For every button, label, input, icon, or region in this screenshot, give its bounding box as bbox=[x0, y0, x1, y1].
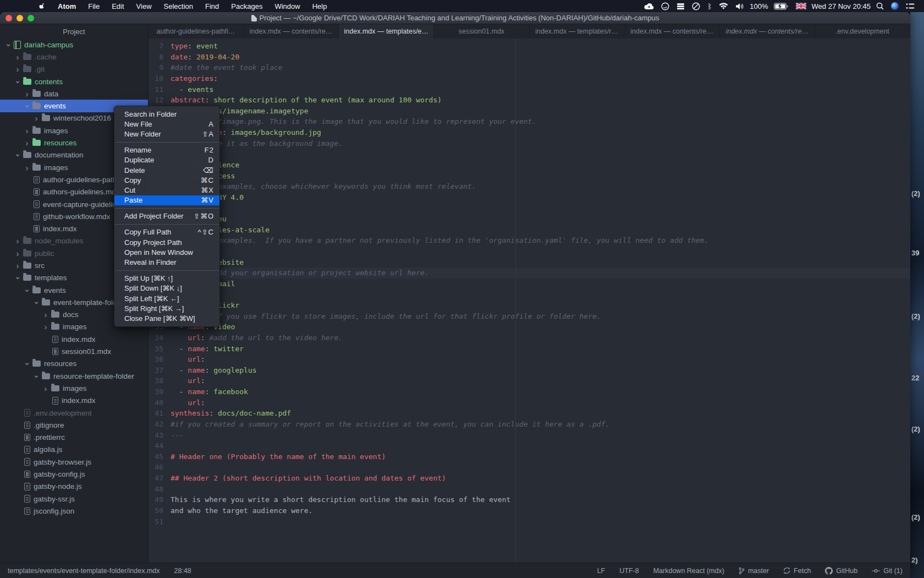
tab-6[interactable]: index.mdx — contents/re… bbox=[625, 24, 720, 39]
chevron-down-icon[interactable]: ⌄ bbox=[32, 370, 40, 379]
menubar-item-atom[interactable]: Atom bbox=[52, 0, 81, 12]
chevron-right-icon[interactable]: › bbox=[42, 384, 50, 392]
context-menu-item-duplicate[interactable]: DuplicateD bbox=[114, 155, 219, 165]
code-line[interactable]: 33 - name: video bbox=[148, 321, 910, 332]
code-line[interactable]: 8date: 2019-04-20 bbox=[148, 52, 910, 63]
code-line[interactable]: 47## Header 2 (short description with lo… bbox=[148, 473, 910, 484]
chevron-down-icon[interactable]: ⌄ bbox=[14, 76, 21, 84]
tab-1[interactable]: author-guidelines-pathfi… bbox=[148, 24, 244, 39]
tab-3[interactable]: index.mdx — templates/e… bbox=[339, 24, 434, 39]
tree-item-.cache[interactable]: ›.cache bbox=[0, 51, 148, 63]
keyboard-layout-uk-flag-icon[interactable] bbox=[794, 0, 808, 12]
code-line[interactable]: 19 - open-access bbox=[148, 171, 910, 182]
code-line[interactable]: 39 - name: facebook bbox=[148, 386, 910, 397]
code-line[interactable]: 36 url: bbox=[148, 354, 910, 365]
code-line[interactable]: 20#these are examples, choose whichever … bbox=[148, 181, 910, 192]
context-menu-item-copy-project-path[interactable]: Copy Project Path bbox=[114, 237, 219, 247]
tree-item-.git[interactable]: ›.git bbox=[0, 63, 148, 75]
chevron-down-icon[interactable]: ⌄ bbox=[14, 149, 21, 157]
tab-8[interactable]: .env.development bbox=[815, 24, 910, 39]
circle-slash-icon[interactable] bbox=[690, 0, 702, 12]
context-menu-item-split-right-k[interactable]: Split Right [⌘K →] bbox=[114, 303, 219, 313]
bluetooth-icon[interactable]: ᛒ bbox=[706, 0, 713, 12]
code-line[interactable]: 31 - name: flickr bbox=[148, 300, 910, 311]
statusbar-cursor-position[interactable]: 28:48 bbox=[174, 567, 191, 575]
chevron-down-icon[interactable]: ⌄ bbox=[23, 100, 31, 108]
code-line[interactable]: 12abstract: short description of the eve… bbox=[148, 95, 910, 106]
context-menu-item-close-pane-k-w[interactable]: Close Pane [⌘K ⌘W] bbox=[114, 313, 219, 323]
code-line[interactable]: 23 - dariah-eu bbox=[148, 214, 910, 225]
chevron-right-icon[interactable]: › bbox=[23, 163, 31, 172]
context-menu-item-paste[interactable]: Paste⌘V bbox=[114, 195, 219, 205]
chevron-down-icon[interactable]: ⌄ bbox=[32, 297, 40, 305]
chevron-right-icon[interactable]: › bbox=[14, 249, 21, 258]
code-line[interactable]: 16#you can use it as the background imag… bbox=[148, 138, 910, 149]
statusbar-fetch-button[interactable]: Fetch bbox=[783, 567, 811, 575]
statusbar-file-path[interactable]: templates/events/event-template-folder/i… bbox=[8, 567, 160, 575]
tree-item-.prettierrc[interactable]: .prettierrc bbox=[0, 432, 148, 444]
tree-item-images[interactable]: ›images bbox=[0, 382, 148, 394]
code-line[interactable]: 7type: event bbox=[148, 41, 910, 52]
tree-item-gatsby-config.js[interactable]: gatsby-config.js bbox=[0, 468, 148, 480]
menubar-item-find[interactable]: Find bbox=[200, 0, 224, 12]
creative-cloud-icon[interactable] bbox=[659, 0, 671, 12]
code-line[interactable]: 37 - name: googleplus bbox=[148, 365, 910, 376]
statusbar-github-button[interactable]: GitHub bbox=[825, 567, 857, 575]
tree-item-index.mdx[interactable]: index.mdx bbox=[0, 395, 148, 407]
statusbar-git-branch[interactable]: master bbox=[739, 567, 769, 575]
menubar-item-selection[interactable]: Selection bbox=[158, 0, 199, 12]
code-line[interactable]: 41synthesis: docs/doc-name.pdf bbox=[148, 408, 910, 419]
tree-item-session01.mdx[interactable]: session01.mdx bbox=[0, 345, 148, 357]
code-line[interactable]: 24 - humanities-at-scale bbox=[148, 225, 910, 236]
window-titlebar[interactable]: Project — ~/Google Drive/TCD Work/DARIAH… bbox=[0, 12, 910, 24]
code-line[interactable]: 49This is where you write a short descri… bbox=[148, 494, 910, 505]
spotlight-search-icon[interactable] bbox=[875, 0, 886, 12]
volume-icon[interactable] bbox=[734, 0, 746, 12]
tree-item-dariah-campus[interactable]: ⌄dariah-campus bbox=[0, 39, 148, 51]
context-menu-item-add-project-folder[interactable]: Add Project Folder⇧⌘O bbox=[114, 211, 219, 221]
code-line[interactable]: 11 - events bbox=[148, 84, 910, 95]
tree-item-algolia.js[interactable]: algolia.js bbox=[0, 444, 148, 456]
code-line[interactable]: 22partners: bbox=[148, 203, 910, 214]
menubar-item-help[interactable]: Help bbox=[307, 0, 333, 12]
chevron-right-icon[interactable]: › bbox=[14, 237, 21, 245]
menubar-item-window[interactable]: Window bbox=[269, 0, 305, 12]
code-line[interactable]: 26links: bbox=[148, 246, 910, 257]
apple-menu-icon[interactable] bbox=[33, 0, 51, 12]
code-line[interactable]: 42#if you created a summary or report on… bbox=[148, 419, 910, 430]
chevron-down-icon[interactable]: ⌄ bbox=[23, 285, 31, 293]
code-line[interactable]: 46 bbox=[148, 462, 910, 473]
tree-item-gatsby-browser.js[interactable]: gatsby-browser.js bbox=[0, 456, 148, 468]
context-menu-item-new-folder[interactable]: New Folder⇧A bbox=[114, 129, 219, 139]
tree-item-.env.development[interactable]: .env.development bbox=[0, 407, 148, 419]
context-menu-item-split-left-k[interactable]: Split Left [⌘K ←] bbox=[114, 293, 219, 303]
chevron-right-icon[interactable]: › bbox=[42, 323, 50, 331]
tree-item-jsconfig.json[interactable]: jsconfig.json bbox=[0, 505, 148, 517]
code-line[interactable]: 32 url: #if you use flickr to store imag… bbox=[148, 311, 910, 322]
context-menu-item-copy[interactable]: Copy⌘C bbox=[114, 175, 219, 185]
tree-item-resources[interactable]: ⌄resources bbox=[0, 358, 148, 370]
code-line[interactable]: 44 bbox=[148, 440, 910, 451]
code-line[interactable]: 21licence: CCBY 4.0 bbox=[148, 192, 910, 203]
tree-item-contents[interactable]: ⌄contents bbox=[0, 75, 148, 88]
code-line[interactable]: 40 url: bbox=[148, 397, 910, 408]
tab-7[interactable]: index.mdx — contents/re… bbox=[720, 24, 815, 39]
code-line[interactable]: 38 url: bbox=[148, 375, 910, 386]
chevron-down-icon[interactable]: ⌄ bbox=[14, 272, 21, 280]
chevron-right-icon[interactable]: › bbox=[23, 127, 31, 135]
wifi-icon[interactable] bbox=[717, 0, 730, 12]
cloud-sync-icon[interactable] bbox=[642, 0, 656, 12]
statusbar-line-ending[interactable]: LF bbox=[597, 567, 606, 575]
chevron-right-icon[interactable]: › bbox=[14, 53, 21, 61]
code-line[interactable]: 29 - name: email bbox=[148, 279, 910, 290]
context-menu-item-open-in-new-window[interactable]: Open in New Window bbox=[114, 247, 219, 257]
statusbar-git-button[interactable]: Git (1) bbox=[872, 567, 903, 575]
chevron-right-icon[interactable]: › bbox=[32, 114, 40, 122]
menubar-item-view[interactable]: View bbox=[131, 0, 157, 12]
context-menu-item-reveal-in-finder[interactable]: Reveal in Finder bbox=[114, 257, 219, 267]
code-line[interactable]: 48 bbox=[148, 484, 910, 495]
tree-item-data[interactable]: ›data bbox=[0, 88, 148, 100]
tree-item-.gitignore[interactable]: .gitignore bbox=[0, 419, 148, 431]
code-line[interactable]: 51 bbox=[148, 516, 910, 527]
chevron-down-icon[interactable]: ⌄ bbox=[23, 358, 31, 366]
